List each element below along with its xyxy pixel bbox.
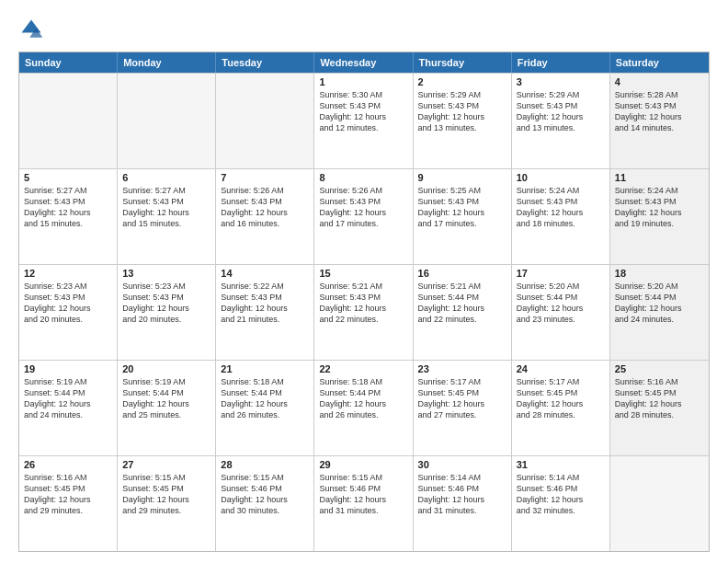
cell-text: Sunrise: 5:26 AM Sunset: 5:43 PM Dayligh…	[221, 185, 309, 230]
col-header-saturday: Saturday	[610, 52, 709, 73]
cell-text: Sunrise: 5:14 AM Sunset: 5:46 PM Dayligh…	[517, 472, 605, 517]
cal-cell: 30Sunrise: 5:14 AM Sunset: 5:46 PM Dayli…	[414, 456, 512, 551]
cell-text: Sunrise: 5:23 AM Sunset: 5:43 PM Dayligh…	[122, 281, 210, 326]
cal-cell: 14Sunrise: 5:22 AM Sunset: 5:43 PM Dayli…	[216, 265, 314, 360]
cal-cell: 19Sunrise: 5:19 AM Sunset: 5:44 PM Dayli…	[19, 361, 118, 455]
calendar-body: 1Sunrise: 5:30 AM Sunset: 5:43 PM Daylig…	[19, 73, 709, 551]
cal-cell: 31Sunrise: 5:14 AM Sunset: 5:46 PM Dayli…	[512, 456, 610, 551]
day-number: 25	[615, 363, 704, 374]
cal-cell: 3Sunrise: 5:29 AM Sunset: 5:43 PM Daylig…	[512, 74, 610, 168]
cell-text: Sunrise: 5:21 AM Sunset: 5:44 PM Dayligh…	[418, 281, 506, 326]
day-number: 2	[418, 76, 506, 87]
cal-cell: 25Sunrise: 5:16 AM Sunset: 5:45 PM Dayli…	[610, 361, 709, 455]
cell-text: Sunrise: 5:24 AM Sunset: 5:43 PM Dayligh…	[517, 185, 605, 230]
day-number: 27	[122, 459, 210, 470]
day-number: 14	[221, 268, 309, 279]
cell-text: Sunrise: 5:15 AM Sunset: 5:46 PM Dayligh…	[319, 472, 407, 517]
cal-cell: 6Sunrise: 5:27 AM Sunset: 5:43 PM Daylig…	[118, 169, 216, 264]
day-number: 18	[615, 268, 704, 279]
cal-cell: 10Sunrise: 5:24 AM Sunset: 5:43 PM Dayli…	[512, 169, 610, 264]
day-number: 8	[319, 172, 407, 183]
cell-text: Sunrise: 5:22 AM Sunset: 5:43 PM Dayligh…	[221, 281, 309, 326]
cal-cell: 9Sunrise: 5:25 AM Sunset: 5:43 PM Daylig…	[414, 169, 512, 264]
day-number: 10	[517, 172, 605, 183]
calendar-header-row: SundayMondayTuesdayWednesdayThursdayFrid…	[19, 52, 709, 73]
page: SundayMondayTuesdayWednesdayThursdayFrid…	[0, 0, 728, 563]
day-number: 3	[517, 76, 605, 87]
cell-text: Sunrise: 5:25 AM Sunset: 5:43 PM Dayligh…	[418, 185, 506, 230]
day-number: 24	[517, 363, 605, 374]
cell-text: Sunrise: 5:24 AM Sunset: 5:43 PM Dayligh…	[615, 185, 704, 230]
cell-text: Sunrise: 5:30 AM Sunset: 5:43 PM Dayligh…	[319, 89, 407, 134]
week-row-4: 19Sunrise: 5:19 AM Sunset: 5:44 PM Dayli…	[19, 360, 709, 455]
cal-cell: 16Sunrise: 5:21 AM Sunset: 5:44 PM Dayli…	[414, 265, 512, 360]
day-number: 26	[24, 459, 112, 470]
cell-text: Sunrise: 5:29 AM Sunset: 5:43 PM Dayligh…	[418, 89, 506, 134]
cell-text: Sunrise: 5:16 AM Sunset: 5:45 PM Dayligh…	[615, 376, 704, 421]
cell-text: Sunrise: 5:27 AM Sunset: 5:43 PM Dayligh…	[122, 185, 210, 230]
logo	[18, 17, 48, 42]
cell-text: Sunrise: 5:27 AM Sunset: 5:43 PM Dayligh…	[24, 185, 112, 230]
cell-text: Sunrise: 5:20 AM Sunset: 5:44 PM Dayligh…	[517, 281, 605, 326]
cell-text: Sunrise: 5:19 AM Sunset: 5:44 PM Dayligh…	[24, 376, 112, 421]
week-row-5: 26Sunrise: 5:16 AM Sunset: 5:45 PM Dayli…	[19, 455, 709, 551]
day-number: 13	[122, 268, 210, 279]
day-number: 7	[221, 172, 309, 183]
cal-cell	[19, 74, 118, 168]
cal-cell: 2Sunrise: 5:29 AM Sunset: 5:43 PM Daylig…	[414, 74, 512, 168]
cal-cell	[216, 74, 314, 168]
cal-cell: 24Sunrise: 5:17 AM Sunset: 5:45 PM Dayli…	[512, 361, 610, 455]
cell-text: Sunrise: 5:16 AM Sunset: 5:45 PM Dayligh…	[24, 472, 112, 517]
cell-text: Sunrise: 5:17 AM Sunset: 5:45 PM Dayligh…	[517, 376, 605, 421]
cal-cell: 13Sunrise: 5:23 AM Sunset: 5:43 PM Dayli…	[118, 265, 216, 360]
day-number: 4	[615, 76, 704, 87]
day-number: 1	[319, 76, 407, 87]
cal-cell: 11Sunrise: 5:24 AM Sunset: 5:43 PM Dayli…	[610, 169, 709, 264]
cell-text: Sunrise: 5:17 AM Sunset: 5:45 PM Dayligh…	[418, 376, 506, 421]
day-number: 11	[615, 172, 704, 183]
week-row-1: 1Sunrise: 5:30 AM Sunset: 5:43 PM Daylig…	[19, 73, 709, 168]
cal-cell: 15Sunrise: 5:21 AM Sunset: 5:43 PM Dayli…	[314, 265, 413, 360]
col-header-thursday: Thursday	[414, 52, 512, 73]
cal-cell: 28Sunrise: 5:15 AM Sunset: 5:46 PM Dayli…	[216, 456, 314, 551]
col-header-monday: Monday	[118, 52, 216, 73]
cell-text: Sunrise: 5:29 AM Sunset: 5:43 PM Dayligh…	[517, 89, 605, 134]
day-number: 20	[122, 363, 210, 374]
cal-cell	[118, 74, 216, 168]
day-number: 17	[517, 268, 605, 279]
col-header-sunday: Sunday	[19, 52, 118, 73]
cell-text: Sunrise: 5:28 AM Sunset: 5:43 PM Dayligh…	[615, 89, 704, 134]
day-number: 5	[24, 172, 112, 183]
day-number: 6	[122, 172, 210, 183]
cal-cell: 7Sunrise: 5:26 AM Sunset: 5:43 PM Daylig…	[216, 169, 314, 264]
cal-cell: 22Sunrise: 5:18 AM Sunset: 5:44 PM Dayli…	[314, 361, 413, 455]
cell-text: Sunrise: 5:18 AM Sunset: 5:44 PM Dayligh…	[319, 376, 407, 421]
cal-cell: 18Sunrise: 5:20 AM Sunset: 5:44 PM Dayli…	[610, 265, 709, 360]
day-number: 23	[418, 363, 506, 374]
day-number: 19	[24, 363, 112, 374]
col-header-wednesday: Wednesday	[314, 52, 413, 73]
cal-cell: 21Sunrise: 5:18 AM Sunset: 5:44 PM Dayli…	[216, 361, 314, 455]
week-row-3: 12Sunrise: 5:23 AM Sunset: 5:43 PM Dayli…	[19, 264, 709, 360]
day-number: 9	[418, 172, 506, 183]
day-number: 16	[418, 268, 506, 279]
col-header-friday: Friday	[512, 52, 610, 73]
cell-text: Sunrise: 5:23 AM Sunset: 5:43 PM Dayligh…	[24, 281, 112, 326]
day-number: 30	[418, 459, 506, 470]
day-number: 21	[221, 363, 309, 374]
cal-cell: 26Sunrise: 5:16 AM Sunset: 5:45 PM Dayli…	[19, 456, 118, 551]
cell-text: Sunrise: 5:19 AM Sunset: 5:44 PM Dayligh…	[122, 376, 210, 421]
day-number: 12	[24, 268, 112, 279]
cal-cell: 29Sunrise: 5:15 AM Sunset: 5:46 PM Dayli…	[314, 456, 413, 551]
cal-cell: 1Sunrise: 5:30 AM Sunset: 5:43 PM Daylig…	[314, 74, 413, 168]
cal-cell	[610, 456, 709, 551]
day-number: 15	[319, 268, 407, 279]
cal-cell: 23Sunrise: 5:17 AM Sunset: 5:45 PM Dayli…	[414, 361, 512, 455]
day-number: 22	[319, 363, 407, 374]
cell-text: Sunrise: 5:15 AM Sunset: 5:46 PM Dayligh…	[221, 472, 309, 517]
col-header-tuesday: Tuesday	[216, 52, 314, 73]
cal-cell: 27Sunrise: 5:15 AM Sunset: 5:45 PM Dayli…	[118, 456, 216, 551]
cal-cell: 4Sunrise: 5:28 AM Sunset: 5:43 PM Daylig…	[610, 74, 709, 168]
week-row-2: 5Sunrise: 5:27 AM Sunset: 5:43 PM Daylig…	[19, 168, 709, 264]
cell-text: Sunrise: 5:15 AM Sunset: 5:45 PM Dayligh…	[122, 472, 210, 517]
